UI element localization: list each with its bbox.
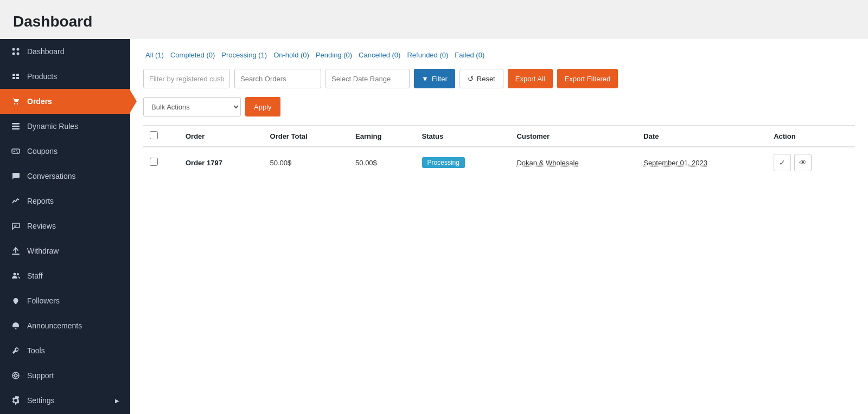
row-customer: Dokan & Wholesale [510,147,637,178]
sidebar-item-conversations[interactable]: Conversations [0,164,130,189]
date-range-input[interactable] [326,69,410,88]
row-select-checkbox[interactable] [150,158,158,166]
bulk-actions-row: Bulk Actions Apply [143,97,855,117]
sidebar-item-staff[interactable]: Staff [0,263,130,288]
reset-button[interactable]: ↺ Reset [459,69,503,88]
svg-point-23 [15,374,17,377]
row-date: September 01, 2023 [637,147,767,178]
dashboard-icon [11,47,21,56]
sidebar-item-coupons[interactable]: Coupons [0,139,130,164]
sidebar-item-label-settings: Settings [27,396,55,405]
col-date: Date [637,126,767,147]
sidebar-item-label-withdraw: Withdraw [27,247,59,255]
svg-rect-21 [15,328,17,329]
sidebar-item-tools[interactable]: Tools [0,338,130,363]
col-customer: Customer [510,126,637,147]
status-tab-all[interactable]: All (1) [143,50,166,60]
sidebar-item-products[interactable]: Products [0,64,130,89]
row-order-total: 50.00$ [264,147,349,178]
orders-icon [11,96,21,106]
svg-rect-11 [12,126,20,127]
filter-button[interactable]: ▼ Filter [414,69,455,88]
status-tab-onhold[interactable]: On-hold (0) [271,50,311,60]
sidebar-item-settings[interactable]: Settings▶ [0,388,130,413]
orders-table: Order Order Total Earning Status Custome… [143,125,855,178]
support-icon [11,371,21,380]
filter-icon: ▼ [422,75,429,83]
sidebar-item-withdraw[interactable]: Withdraw [0,238,130,263]
status-badge: Processing [422,157,465,168]
status-tab-cancelled[interactable]: Cancelled (0) [356,50,403,60]
coupons-icon [11,146,21,156]
status-tab-pending[interactable]: Pending (0) [314,50,354,60]
sidebar-item-label-conversations: Conversations [27,172,76,180]
sidebar-item-orders[interactable]: Orders [0,89,130,114]
reviews-icon [11,221,21,231]
svg-point-1 [17,48,20,51]
main-content: All (1)Completed (0)Processing (1)On-hol… [130,39,868,414]
order-link[interactable]: Order 1797 [186,159,222,167]
sidebar-item-label-staff: Staff [27,271,43,280]
order-date: September 01, 2023 [643,159,707,167]
sidebar-item-label-support: Support [27,371,54,380]
svg-rect-10 [12,123,20,125]
followers-icon [11,296,21,306]
svg-point-20 [17,273,19,275]
complete-action-button[interactable]: ✓ [774,154,791,171]
sidebar-item-dynamic-rules[interactable]: Dynamic Rules [0,114,130,139]
customer-name: Dokan & Wholesale [516,159,578,167]
sidebar-item-announcements[interactable]: Announcements [0,313,130,338]
sidebar-item-label-orders: Orders [27,97,52,106]
svg-point-14 [14,151,15,152]
sidebar-item-dashboard[interactable]: Dashboard [0,39,130,64]
sidebar-item-label-tools: Tools [27,346,45,355]
table-body: Order 1797 50.00$ 50.00$ Processing Doka… [143,147,855,178]
tools-icon [11,346,21,355]
col-action: Action [767,126,855,147]
status-tabs: All (1)Completed (0)Processing (1)On-hol… [143,50,855,60]
reports-icon [11,196,21,206]
row-checkbox [143,147,179,178]
svg-rect-4 [12,74,15,76]
status-tab-processing[interactable]: Processing (1) [219,50,269,60]
svg-point-8 [14,103,15,104]
sidebar-item-label-products: Products [27,72,57,81]
sidebar-item-followers[interactable]: Followers [0,288,130,313]
svg-point-0 [12,48,15,51]
col-order: Order [179,126,264,147]
svg-point-9 [17,103,18,104]
sidebar-item-reports[interactable]: Reports [0,189,130,214]
export-all-button[interactable]: Export All [508,69,553,88]
bulk-actions-select[interactable]: Bulk Actions [143,97,241,117]
select-all-checkbox[interactable] [150,131,158,139]
sidebar-item-support[interactable]: Support [0,363,130,388]
filter-row: ▼ Filter ↺ Reset Export All Export Filte… [143,69,855,88]
sidebar-item-reviews[interactable]: Reviews [0,214,130,238]
export-filtered-button[interactable]: Export Filtered [557,69,618,88]
svg-point-3 [17,53,20,55]
page-title: Dashboard [0,0,868,39]
settings-arrow-icon: ▶ [115,398,119,404]
reset-icon: ↺ [468,75,474,83]
status-tab-failed[interactable]: Failed (0) [452,50,487,60]
search-orders-input[interactable] [234,69,321,88]
customer-filter-input[interactable] [143,69,230,88]
view-action-button[interactable]: 👁 [794,154,812,171]
col-status: Status [416,126,510,147]
filter-label: Filter [432,75,448,83]
announcements-icon [11,321,21,331]
svg-rect-7 [16,77,19,79]
sidebar-item-label-followers: Followers [27,296,60,305]
products-icon [11,72,21,81]
svg-rect-12 [12,128,20,130]
reset-label: Reset [477,75,495,83]
table-header: Order Order Total Earning Status Custome… [143,126,855,147]
status-tab-refunded[interactable]: Refunded (0) [405,50,450,60]
svg-line-15 [16,150,18,153]
svg-point-2 [12,53,15,55]
col-earning: Earning [349,126,416,147]
apply-button[interactable]: Apply [245,97,280,117]
sidebar-item-label-coupons: Coupons [27,147,58,156]
status-tab-completed[interactable]: Completed (0) [168,50,217,60]
row-action: ✓ 👁 [767,147,855,178]
